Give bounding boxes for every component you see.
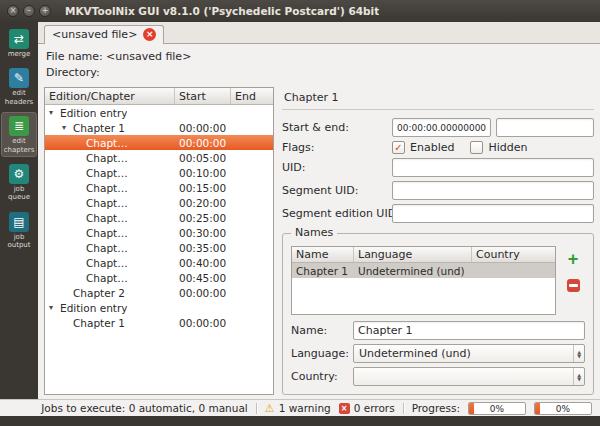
tree-row-start: 00:20:00: [175, 197, 231, 209]
tree-row-label-cell: Chapt…: [45, 227, 175, 239]
tree-row-label: Chapt…: [86, 212, 128, 224]
tree-row-label: Chapt…: [86, 227, 128, 239]
job-output-icon: ▤: [9, 212, 29, 232]
progress-bar-total: 0%: [534, 402, 592, 415]
statusbar-separator: [256, 403, 257, 414]
sidebar-item-edit-headers[interactable]: ✎edit headers: [1, 64, 37, 109]
chapter-tree-row[interactable]: Chapter 100:00:00: [45, 315, 273, 330]
tab-close-icon[interactable]: ×: [143, 28, 156, 41]
expander-icon[interactable]: ▾: [49, 304, 58, 312]
enabled-checkbox[interactable]: ✓ Enabled: [392, 141, 454, 154]
remove-name-button[interactable]: [563, 276, 583, 294]
tree-row-label-cell: Chapt…: [45, 182, 175, 194]
bottom-strip: [0, 416, 600, 426]
language-selected-value: Undetermined (und): [359, 347, 573, 360]
window-close-button[interactable]: ×: [7, 5, 19, 17]
names-column-country[interactable]: Country: [472, 247, 555, 262]
sidebar-item-job-output[interactable]: ▤job output: [1, 208, 37, 253]
sidebar-item-label: job output: [2, 233, 36, 250]
names-row-language: Undetermined (und): [354, 265, 472, 277]
checkbox-checked-icon: ✓: [392, 141, 405, 154]
language-label: Language:: [291, 347, 353, 360]
combo-arrows-icon: ▲▼: [573, 345, 584, 362]
tab-unsaved-file[interactable]: <unsaved file> ×: [44, 25, 164, 44]
chapter-tree-row[interactable]: ▾Chapter 100:00:00: [45, 120, 273, 135]
names-table-row[interactable]: Chapter 1Undetermined (und): [292, 263, 555, 278]
tree-row-label-cell: ▾Edition entry: [45, 302, 175, 314]
mkvtoolnix-window: × – + MKVToolNix GUI v8.1.0 ('Psychedeli…: [0, 0, 600, 426]
hidden-checkbox[interactable]: Hidden: [470, 141, 527, 154]
tree-row-label: Chapter 1: [73, 122, 125, 134]
tree-row-label: Chapt…: [86, 152, 128, 164]
progress-percent: 0%: [535, 403, 591, 414]
chapter-tree-row[interactable]: Chapt…00:15:00: [45, 180, 273, 195]
names-column-name[interactable]: Name: [292, 247, 354, 262]
sidebar-item-edit-chapters[interactable]: ≣edit chapters: [1, 112, 37, 157]
uid-input[interactable]: [392, 158, 594, 177]
chapter-tree-row[interactable]: Chapt…00:35:00: [45, 240, 273, 255]
sidebar-item-label: edit headers: [2, 89, 36, 106]
window-minimize-button[interactable]: –: [23, 5, 35, 17]
chapter-tree-row[interactable]: Chapt…00:00:00: [45, 135, 273, 150]
tree-row-start: 00:00:00: [175, 122, 231, 134]
chapter-tree-row[interactable]: Chapt…00:25:00: [45, 210, 273, 225]
chapter-tree-row[interactable]: Chapt…00:10:00: [45, 165, 273, 180]
tree-row-start: 00:00:00: [175, 287, 231, 299]
tree-row-start: 00:00:00: [175, 317, 231, 329]
progress-percent: 0%: [469, 403, 525, 414]
window-maximize-button[interactable]: +: [39, 5, 51, 17]
column-header-end[interactable]: End: [231, 88, 273, 104]
tree-row-label-cell: Chapt…: [45, 257, 175, 269]
segment-edition-uid-input[interactable]: [392, 204, 594, 223]
statusbar-separator: [403, 403, 404, 414]
start-time-input[interactable]: [392, 118, 491, 137]
tree-row-label: Chapt…: [86, 137, 128, 149]
tab-label: <unsaved file>: [52, 28, 137, 41]
names-group: Names Name Language Country Chapter 1Und…: [282, 233, 594, 395]
error-icon: ×: [339, 403, 350, 414]
combo-arrows-icon: ▲▼: [573, 368, 584, 385]
file-name-value: <unsaved file>: [106, 50, 191, 63]
name-input[interactable]: [353, 321, 585, 340]
chapter-tree-row[interactable]: Chapt…00:20:00: [45, 195, 273, 210]
warning-icon: ⚠: [265, 403, 275, 414]
chapter-tree-row[interactable]: Chapter 200:00:00: [45, 285, 273, 300]
country-select[interactable]: ▲▼: [353, 367, 585, 386]
column-header-edition-chapter[interactable]: Edition/Chapter: [45, 88, 175, 104]
chapter-tree: Edition/Chapter Start End ▾Edition entry…: [44, 87, 274, 395]
sidebar-item-job-queue[interactable]: ⚙job queue: [1, 160, 37, 205]
tree-row-label: Edition entry: [60, 302, 127, 314]
language-select[interactable]: Undetermined (und) ▲▼: [353, 344, 585, 363]
country-label: Country:: [291, 370, 353, 383]
segment-uid-input[interactable]: [392, 181, 594, 200]
expander-icon[interactable]: ▾: [62, 124, 71, 132]
segment-edition-uid-label: Segment edition UID:: [282, 207, 392, 220]
chapter-tree-row[interactable]: ▾Edition entry: [45, 300, 273, 315]
add-name-button[interactable]: +: [563, 250, 583, 268]
expander-icon[interactable]: ▾: [49, 109, 58, 117]
tree-row-start: 00:00:00: [175, 137, 231, 149]
names-column-language[interactable]: Language: [354, 247, 472, 262]
tree-row-start: 00:45:00: [175, 272, 231, 284]
end-time-input[interactable]: [496, 118, 595, 137]
tree-row-start: 00:25:00: [175, 212, 231, 224]
tree-row-label-cell: Chapt…: [45, 152, 175, 164]
segment-uid-label: Segment UID:: [282, 184, 392, 197]
names-group-title: Names: [291, 226, 337, 239]
sidebar-item-merge[interactable]: ⇄merge: [1, 25, 37, 61]
chapter-tree-row[interactable]: Chapt…00:45:00: [45, 270, 273, 285]
warning-count-text: 1 warning: [279, 402, 331, 414]
column-header-start[interactable]: Start: [175, 88, 231, 104]
chapter-tree-row[interactable]: Chapt…00:05:00: [45, 150, 273, 165]
directory-label: Directory:: [46, 66, 106, 79]
chapter-heading: Chapter 1: [282, 89, 594, 109]
tree-row-label-cell: ▾Edition entry: [45, 107, 175, 119]
chapter-tree-row[interactable]: Chapt…00:40:00: [45, 255, 273, 270]
errors-status: × 0 errors: [339, 402, 395, 414]
chapter-tree-row[interactable]: Chapt…00:30:00: [45, 225, 273, 240]
job-queue-icon: ⚙: [9, 164, 29, 184]
tree-row-label: Chapter 1: [73, 317, 125, 329]
sidebar-item-label: edit chapters: [2, 137, 36, 154]
window-controls: × – +: [7, 5, 51, 17]
chapter-tree-row[interactable]: ▾Edition entry: [45, 105, 273, 120]
